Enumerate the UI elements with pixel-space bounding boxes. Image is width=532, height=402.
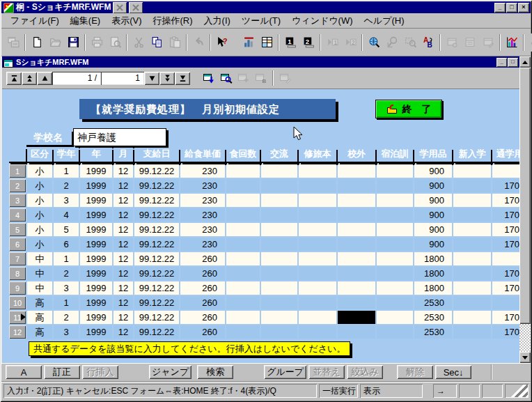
school-name-field[interactable]: 神戸養護 <box>73 128 166 146</box>
row-selector-2[interactable]: 2 <box>9 179 26 192</box>
cell-r5-交流[interactable] <box>261 223 297 236</box>
command-button-Sec↓[interactable]: Sec↓ <box>435 365 471 379</box>
cell-r12-食回数[interactable] <box>226 325 260 339</box>
graph-button[interactable] <box>503 33 521 52</box>
vertical-scrollbar[interactable] <box>519 56 531 363</box>
form-minimize-button[interactable]: _ <box>496 58 507 67</box>
cell-r10-月[interactable]: 12 <box>114 296 133 309</box>
cell-r12-区分[interactable]: 高 <box>27 325 52 339</box>
cell-r8-学年[interactable]: 2 <box>54 267 79 280</box>
row-selector-6[interactable]: 6 <box>9 238 26 251</box>
scrollbar-thumb[interactable] <box>519 68 531 324</box>
cell-r7-校外[interactable] <box>338 252 375 265</box>
menu-item-6[interactable]: ツール(T) <box>237 13 285 29</box>
cell-r6-通学用[interactable]: 170 <box>492 238 519 251</box>
cell-r10-校外[interactable] <box>338 296 375 309</box>
cell-r8-給食単価[interactable]: 260 <box>180 267 225 280</box>
cell-r5-新入学[interactable] <box>453 223 491 236</box>
cell-r11-区分[interactable]: 高 <box>27 311 52 324</box>
cell-r10-給食単価[interactable]: 260 <box>180 296 225 309</box>
row-selector-3[interactable]: 3 <box>9 194 26 207</box>
cell-r1-新入学[interactable] <box>453 164 491 178</box>
cell-r3-支給日[interactable]: 99.12.22 <box>134 194 179 207</box>
cell-r1-月[interactable]: 12 <box>114 164 133 178</box>
cell-r8-新入学[interactable] <box>453 267 491 280</box>
cell-r10-修旅本[interactable] <box>299 296 336 309</box>
cell-r7-宿泊訓[interactable] <box>377 252 413 265</box>
cell-r3-区分[interactable]: 小 <box>27 194 52 207</box>
cell-r2-通学用[interactable]: 170 <box>492 179 519 192</box>
cell-r3-交流[interactable] <box>261 194 297 207</box>
lookup-view-button[interactable] <box>240 33 258 52</box>
cell-r10-食回数[interactable] <box>226 296 260 309</box>
cell-r11-月[interactable]: 12 <box>114 311 133 324</box>
cell-r11-学用品[interactable]: 2530 <box>414 311 452 324</box>
cell-r5-支給日[interactable]: 99.12.22 <box>134 223 179 236</box>
cell-r3-修旅本[interactable] <box>299 194 336 207</box>
cell-r5-通学用[interactable]: 170 <box>492 223 519 236</box>
form-maximize-button[interactable]: □ <box>508 58 518 67</box>
cell-r12-校外[interactable] <box>338 325 375 339</box>
cell-r9-食回数[interactable] <box>226 281 260 295</box>
prev-page-button[interactable] <box>22 72 37 85</box>
cell-r6-宿泊訓[interactable] <box>377 238 413 251</box>
row-selector-4[interactable]: 4 <box>9 208 26 222</box>
cell-r5-学年[interactable]: 5 <box>54 223 79 236</box>
cell-r7-学用品[interactable]: 1800 <box>414 252 452 265</box>
cell-r8-修旅本[interactable] <box>299 267 336 280</box>
cell-r2-校外[interactable] <box>338 179 375 192</box>
cell-r2-区分[interactable]: 小 <box>27 179 52 192</box>
cell-r9-校外[interactable] <box>338 281 375 295</box>
block-2-button[interactable]: 2 <box>299 33 318 52</box>
cell-r10-新入学[interactable] <box>453 296 491 309</box>
cell-r3-年[interactable]: 1999 <box>80 194 112 207</box>
menu-item-8[interactable]: ヘルプ(H) <box>359 13 409 29</box>
cell-r9-学用品[interactable]: 1800 <box>414 281 452 295</box>
cell-r7-食回数[interactable] <box>226 252 260 265</box>
cell-r5-校外[interactable] <box>338 223 375 236</box>
command-button-訂正[interactable]: 訂正 <box>44 365 80 379</box>
row-selector-1[interactable]: 1 <box>9 164 26 178</box>
cell-r7-新入学[interactable] <box>453 252 491 265</box>
last-record-button[interactable] <box>175 72 190 85</box>
cell-r6-修旅本[interactable] <box>299 238 336 251</box>
cell-r4-新入学[interactable] <box>453 208 491 222</box>
row-selector-7[interactable]: 7 <box>9 252 26 265</box>
cell-r3-学年[interactable]: 3 <box>54 194 79 207</box>
cell-r10-通学用[interactable] <box>492 296 519 309</box>
cell-r10-交流[interactable] <box>261 296 297 309</box>
titlebar-extra-button-2[interactable] <box>129 2 143 13</box>
cell-r6-区分[interactable]: 小 <box>27 238 52 251</box>
form-window-title-bar[interactable]: SショキチMRF.WFM _ □ <box>2 56 519 68</box>
menu-item-3[interactable]: 表示(V) <box>107 13 146 29</box>
cell-r1-年[interactable]: 1999 <box>80 164 112 178</box>
cell-r5-給食単価[interactable]: 230 <box>180 223 225 236</box>
cell-r7-年[interactable]: 1999 <box>80 252 112 265</box>
minimize-button[interactable]: _ <box>494 3 506 13</box>
cell-r2-食回数[interactable] <box>226 179 260 192</box>
row-selector-10[interactable]: 10 <box>9 296 26 309</box>
cell-r5-月[interactable]: 12 <box>114 223 133 236</box>
new-document-button[interactable] <box>28 33 46 52</box>
replace-button[interactable]: AB <box>419 33 437 52</box>
scroll-up-button[interactable] <box>519 56 531 68</box>
cell-r11-宿泊訓[interactable] <box>377 311 413 324</box>
cell-r11-年[interactable]: 1999 <box>80 311 112 324</box>
record-position-field[interactable]: 1 / <box>52 72 101 85</box>
command-button-検索[interactable]: 検索 <box>197 365 233 379</box>
cell-r10-区分[interactable]: 高 <box>27 296 52 309</box>
cell-r8-月[interactable]: 12 <box>114 267 133 280</box>
cell-r4-食回数[interactable] <box>226 208 260 222</box>
cell-r11-食回数[interactable] <box>226 311 260 324</box>
cell-r1-修旅本[interactable] <box>299 164 336 178</box>
cell-r9-通学用[interactable]: 170 <box>492 281 519 295</box>
cell-r4-給食単価[interactable]: 230 <box>180 208 225 222</box>
cell-r9-年[interactable]: 1999 <box>80 281 112 295</box>
prev-record-button[interactable] <box>37 72 52 85</box>
menu-item-5[interactable]: 入力(I) <box>199 13 235 29</box>
close-button[interactable]: × <box>518 3 529 13</box>
scrollbar-track[interactable] <box>519 324 531 352</box>
cell-r6-学用品[interactable]: 900 <box>414 238 452 251</box>
cell-r9-交流[interactable] <box>261 281 297 295</box>
cell-r12-交流[interactable] <box>261 325 297 339</box>
